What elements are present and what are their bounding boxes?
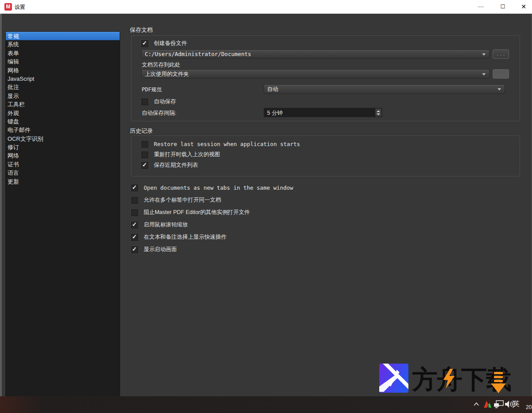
save-documents-group-title: 保存文档 — [130, 26, 153, 34]
pdf-spec-label: PDF规范 — [142, 86, 162, 94]
tray-network-icon[interactable] — [494, 400, 504, 409]
sidebar-item-grid[interactable]: 网格 — [6, 66, 120, 75]
browse-backup-folder-button[interactable]: . . . — [493, 49, 509, 59]
checkbox-box — [131, 246, 138, 253]
download-arrow-icon — [490, 371, 507, 394]
checkbox-box — [131, 184, 138, 191]
browse-save-as-folder-button: . . . — [493, 69, 509, 79]
backup-folder-combobox[interactable]: C:/Users/Administrator/Documents — [141, 49, 490, 59]
checkbox-box — [141, 98, 148, 105]
save-as-label: 文档另存到此处 — [142, 61, 181, 69]
lightning-bolt-icon — [442, 369, 456, 388]
sidebar-item-keyboard[interactable]: 键盘 — [6, 117, 120, 126]
window-title: 设置 — [15, 4, 25, 11]
sidebar-item-display[interactable]: 显示 — [6, 92, 120, 100]
checkbox-allow-same-doc-tabs[interactable]: 允许在多个标签中打开同一文档 — [131, 196, 221, 203]
checkbox-box — [131, 209, 138, 216]
window-titlebar[interactable]: M 设置 — ☐ ✕ — [0, 0, 532, 14]
sidebar-item-email[interactable]: 电子邮件 — [6, 126, 120, 134]
checkbox-load-last-view[interactable]: 重新打开时载入上次的视图 — [141, 150, 220, 158]
fangzhou-logo-icon — [379, 364, 408, 393]
settings-category-list[interactable]: 常规 系统 表单 编辑 网格 JavaScript 批注 显示 工具栏 外观 键… — [5, 31, 120, 409]
checkbox-box — [131, 222, 138, 229]
checkbox-splash-screen[interactable]: 显示启动画面 — [131, 245, 177, 252]
tray-chevron-up-icon[interactable] — [473, 402, 479, 406]
checkbox-box — [141, 141, 148, 148]
tray-app-icon[interactable] — [483, 400, 492, 408]
checkbox-quick-actions[interactable]: 在文本和备注选择上显示快速操作 — [131, 233, 226, 240]
sidebar-item-annotations[interactable]: 批注 — [6, 83, 120, 91]
autosave-interval-spinbox[interactable]: 5 分钟 — [264, 108, 382, 117]
spinner-buttons[interactable] — [375, 109, 381, 116]
spin-up-icon[interactable] — [377, 110, 380, 112]
sidebar-item-general[interactable]: 常规 — [6, 32, 120, 40]
chevron-down-icon — [482, 53, 486, 56]
sidebar-item-revisions[interactable]: 修订 — [6, 143, 120, 151]
settings-dialog: 常规 系统 表单 编辑 网格 JavaScript 批注 显示 工具栏 外观 键… — [0, 14, 532, 396]
sidebar-item-forms[interactable]: 表单 — [6, 49, 120, 57]
tray-ime-indicator[interactable]: 英 — [513, 400, 520, 408]
checkbox-create-backup[interactable]: 创建备份文件 — [141, 39, 187, 46]
autosave-interval-label: 自动保存间隔: — [142, 109, 176, 117]
sidebar-item-system[interactable]: 系统 — [6, 40, 120, 49]
tray-clock[interactable]: 20 — [526, 404, 532, 410]
sidebar-item-network[interactable]: 网络 — [6, 151, 120, 160]
sidebar-item-appearance[interactable]: 外观 — [6, 109, 120, 117]
checkbox-box — [141, 40, 148, 47]
sidebar-item-certificates[interactable]: 证书 — [6, 160, 120, 169]
checkbox-box — [131, 197, 138, 204]
chevron-down-icon — [482, 73, 486, 75]
sidebar-item-edit[interactable]: 编辑 — [6, 57, 120, 66]
sidebar-item-update[interactable]: 更新 — [6, 177, 120, 186]
checkbox-prevent-other-instances[interactable]: 阻止Master PDF Editor的其他实例打开文件 — [131, 208, 250, 215]
checkbox-box — [141, 162, 148, 169]
master-pdf-editor-icon: M — [4, 3, 12, 11]
close-button[interactable]: ✕ — [513, 0, 532, 14]
checkbox-box — [131, 234, 138, 241]
sidebar-item-toolbar[interactable]: 工具栏 — [6, 100, 120, 109]
sidebar-item-ocr[interactable]: OCR文字识别 — [6, 135, 120, 143]
pdf-spec-combobox[interactable]: 自动 — [264, 84, 505, 94]
checkbox-open-as-tabs[interactable]: Open documents as new tabs in the same w… — [131, 184, 293, 191]
history-group-title: 历史记录 — [130, 127, 153, 135]
taskbar[interactable]: 英 20 — [0, 396, 532, 413]
checkbox-mouse-wheel-zoom[interactable]: 启用鼠标滚轮缩放 — [131, 221, 188, 228]
desktop: M 设置 — ☐ ✕ 常规 系统 表单 编辑 网格 JavaScript 批注 … — [0, 0, 532, 413]
minimize-button[interactable]: — — [471, 0, 491, 14]
checkbox-autosave[interactable]: 自动保存 — [141, 98, 176, 105]
checkbox-box — [141, 151, 148, 158]
sidebar-item-language[interactable]: 语言 — [6, 169, 120, 177]
save-as-folder-combobox[interactable]: 上次使用的文件夹 — [141, 69, 490, 79]
chevron-down-icon — [498, 88, 501, 90]
sidebar-item-javascript[interactable]: JavaScript — [6, 75, 120, 83]
checkbox-save-recent-files[interactable]: 保存近期文件列表 — [141, 161, 198, 168]
spin-down-icon[interactable] — [377, 113, 380, 115]
checkbox-restore-session[interactable]: Restore last session when application st… — [141, 140, 300, 147]
maximize-button[interactable]: ☐ — [493, 0, 513, 14]
